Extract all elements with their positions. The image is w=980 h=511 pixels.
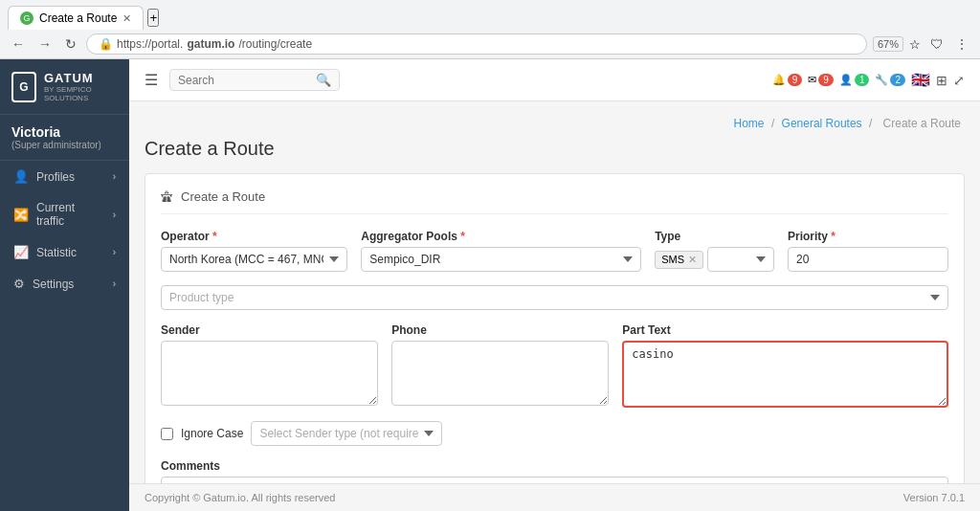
address-prefix: https://portal. [117,37,183,51]
ignore-case-checkbox[interactable] [161,428,173,440]
user-name: Victoria [11,124,118,140]
type-value: SMS [661,254,684,265]
notification-count: 9 [788,74,803,86]
tools-badge[interactable]: 🔧 2 [875,74,905,86]
bell-icon: 🔔 [772,74,786,86]
notification-badge[interactable]: 🔔 9 [772,74,803,86]
sidebar: G GATUM BY SEMPICO SOLUTIONS Victoria (S… [0,59,129,511]
sender-group: Sender [161,323,378,406]
sidebar-item-current-traffic[interactable]: 🔀 Current traffic › [0,192,129,236]
aggregator-select[interactable]: Sempico_DIR [361,247,641,272]
sidebar-item-profiles[interactable]: 👤 Profiles › [0,161,129,192]
refresh-button[interactable]: ↻ [61,34,80,54]
form-card: 🛣 Create a Route Operator * North Korea … [145,173,965,483]
back-button[interactable]: ← [8,34,29,54]
zoom-level: 67% [873,36,903,52]
copyright: Copyright © Gatum.io. All rights reserve… [145,492,335,503]
current-traffic-icon: 🔀 [13,208,29,222]
logo-subtitle: BY SEMPICO SOLUTIONS [44,85,118,102]
type-group: Type SMS ✕ [655,230,774,272]
tab-favicon: G [20,11,33,25]
sidebar-item-settings[interactable]: ⚙ Settings › [0,268,129,300]
browser-tab[interactable]: G Create a Route ✕ [8,6,144,30]
profiles-icon: 👤 [13,169,29,184]
logo-title: GATUM [44,71,118,85]
part-text-group: Part Text casino [622,323,948,408]
address-suffix: /routing/create [238,37,312,51]
message-icon: ✉ [808,74,816,86]
user-icon: 👤 [839,74,853,86]
type-tag: SMS ✕ [655,251,703,269]
sidebar-item-label: Statistic [36,246,77,259]
message-badge[interactable]: ✉ 9 [808,74,834,86]
search-box[interactable]: 🔍 [169,69,340,91]
page-title: Create a Route [145,138,965,160]
operator-select[interactable]: North Korea (MCC = 467, MNC = 00) [161,247,347,272]
tab-close-icon[interactable]: ✕ [122,12,131,25]
forward-button[interactable]: → [34,34,56,54]
phone-textarea[interactable] [391,341,609,406]
user-count: 1 [855,74,870,86]
breadcrumb-sep: / [771,117,778,130]
chevron-icon: › [113,278,116,289]
sidebar-logo: G GATUM BY SEMPICO SOLUTIONS [0,59,129,115]
chevron-icon: › [113,210,116,220]
extensions-button[interactable]: 🛡 [926,34,947,54]
sidebar-nav: 👤 Profiles › 🔀 Current traffic › 📈 Stati… [0,161,129,511]
ignore-case-label: Ignore Case [181,427,243,440]
breadcrumb-sep: / [869,117,876,130]
type-remove-icon[interactable]: ✕ [688,254,697,266]
comments-label: Comments [161,459,948,473]
sidebar-item-label: Settings [33,278,74,291]
search-input[interactable] [178,74,312,87]
security-icon: 🔒 [99,37,113,51]
language-flag[interactable]: 🇬🇧 [911,71,930,89]
phone-label: Phone [391,323,609,337]
search-icon: 🔍 [316,73,331,87]
product-type-group: Product type [161,285,948,310]
part-text-textarea[interactable]: casino [622,341,948,408]
route-icon: 🛣 [161,189,173,204]
message-count: 9 [818,74,834,86]
aggregator-group: Aggregator Pools * Sempico_DIR [361,230,641,272]
grid-icon[interactable]: ⊞ [936,73,947,88]
expand-icon[interactable]: ⤢ [953,73,965,88]
tools-icon: 🔧 [875,74,888,86]
comments-textarea[interactable] [161,477,948,483]
topbar-actions: 🔔 9 ✉ 9 👤 1 🔧 2 🇬🇧 ⊞ ⤢ [772,71,965,89]
breadcrumb-general-routes[interactable]: General Routes [782,117,862,130]
operator-group: Operator * North Korea (MCC = 467, MNC =… [161,230,347,272]
settings-icon: ⚙ [13,277,25,291]
tab-label: Create a Route [39,11,117,25]
sender-type-select[interactable]: Select Sender type (not required) [251,421,442,446]
sidebar-item-statistic[interactable]: 📈 Statistic › [0,236,129,268]
topbar: ☰ 🔍 🔔 9 ✉ 9 👤 1 🔧 [129,59,980,101]
form-card-header: 🛣 Create a Route [161,189,948,214]
user-section: Victoria (Super administrator) [0,115,129,161]
priority-input[interactable] [788,247,948,272]
sidebar-item-label: Profiles [36,170,75,184]
new-tab-button[interactable]: + [147,9,159,27]
breadcrumb-current: Create a Route [883,117,961,130]
main-content: Home / General Routes / Create a Route C… [129,101,980,483]
aggregator-label: Aggregator Pools * [361,230,641,243]
user-badge[interactable]: 👤 1 [839,74,870,86]
breadcrumb: Home / General Routes / Create a Route [145,117,965,130]
logo-icon: G [11,72,36,102]
sender-textarea[interactable] [161,341,378,406]
address-bar-input[interactable]: 🔒 https://portal.gatum.io/routing/create [86,33,867,55]
menu-button[interactable]: ⋮ [951,34,972,54]
product-type-select[interactable]: Product type [161,285,948,310]
chevron-icon: › [113,171,116,182]
breadcrumb-home[interactable]: Home [734,117,765,130]
user-role: (Super administrator) [11,140,118,150]
chevron-icon: › [113,247,116,257]
address-domain: gatum.io [187,37,234,51]
operator-label: Operator * [161,230,347,243]
tools-count: 2 [890,74,905,86]
statistic-icon: 📈 [13,245,29,259]
comments-group: Comments [161,459,948,483]
type-select[interactable] [707,247,774,272]
bookmark-icon[interactable]: ☆ [909,37,921,52]
hamburger-icon[interactable]: ☰ [145,71,158,89]
